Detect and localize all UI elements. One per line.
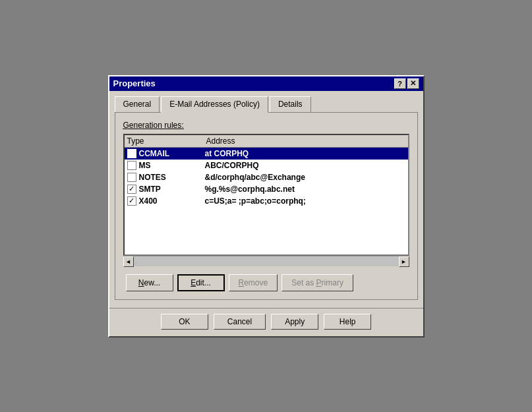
list-item[interactable]: CCMAIL at CORPHQ xyxy=(125,148,408,160)
row-address-4: %g.%s@corphq.abc.net xyxy=(205,185,405,194)
apply-button[interactable]: Apply xyxy=(271,314,318,330)
row-type-4: SMTP xyxy=(139,185,205,194)
row-type-2: MS xyxy=(139,161,205,170)
remove-button[interactable]: Remove xyxy=(229,274,278,291)
help-button[interactable]: Help xyxy=(324,314,371,330)
cancel-button[interactable]: Cancel xyxy=(214,314,266,330)
row-type-1: CCMAIL xyxy=(139,149,205,158)
tab-bar: General E-Mail Addresses (Policy) Detail… xyxy=(115,96,418,112)
ok-button[interactable]: OK xyxy=(161,314,208,330)
close-title-button[interactable]: ✕ xyxy=(407,78,419,89)
new-button[interactable]: New... xyxy=(126,274,173,291)
row-address-5: c=US;a= ;p=abc;o=corphq; xyxy=(205,196,405,206)
help-title-button[interactable]: ? xyxy=(394,78,406,89)
tab-details[interactable]: Details xyxy=(270,96,311,112)
row-type-3: NOTES xyxy=(139,173,205,182)
row-address-2: ABC/CORPHQ xyxy=(205,161,405,170)
list-header: Type Address xyxy=(125,135,408,148)
generation-rules-label: Generation rules: xyxy=(123,121,409,130)
column-address-header: Address xyxy=(206,136,405,146)
scroll-left-button[interactable]: ◄ xyxy=(123,256,134,267)
scroll-right-button[interactable]: ► xyxy=(399,256,409,267)
title-bar-buttons: ? ✕ xyxy=(394,78,419,89)
row-checkbox-3[interactable] xyxy=(127,173,136,182)
row-checkbox-4[interactable] xyxy=(127,185,136,194)
tab-general[interactable]: General xyxy=(115,96,160,112)
row-checkbox-1[interactable] xyxy=(127,149,136,158)
tab-content: Generation rules: Type Address CCMAIL at… xyxy=(115,112,418,300)
horizontal-scrollbar: ◄ ► xyxy=(123,256,409,268)
list-body: CCMAIL at CORPHQ MS ABC/CORPHQ NOTES &d/… xyxy=(125,148,408,251)
list-item[interactable]: SMTP %g.%s@corphq.abc.net xyxy=(125,183,408,195)
list-item[interactable]: X400 c=US;a= ;p=abc;o=corphq; xyxy=(125,195,408,207)
row-checkbox-2[interactable] xyxy=(127,161,136,170)
action-buttons: New... Edit... Remove Set as Primary xyxy=(123,274,409,291)
bottom-buttons-row: OK Cancel Apply Help xyxy=(109,308,423,336)
dialog-title: Properties xyxy=(113,78,156,88)
dialog-content: General E-Mail Addresses (Policy) Detail… xyxy=(109,91,423,305)
set-as-primary-button[interactable]: Set as Primary xyxy=(281,274,353,291)
list-item[interactable]: NOTES &d/corphq/abc@Exchange xyxy=(125,171,408,183)
tab-email-addresses[interactable]: E-Mail Addresses (Policy) xyxy=(161,96,268,113)
dialog-window: Properties ? ✕ General E-Mail Addresses … xyxy=(108,75,425,338)
scroll-track[interactable] xyxy=(134,257,399,266)
edit-button[interactable]: Edit... xyxy=(177,274,225,291)
row-address-3: &d/corphq/abc@Exchange xyxy=(205,173,405,182)
address-list-container: Type Address CCMAIL at CORPHQ MS A xyxy=(123,134,409,256)
row-checkbox-5[interactable] xyxy=(127,196,136,206)
title-bar: Properties ? ✕ xyxy=(109,76,423,91)
column-type-header: Type xyxy=(127,136,206,146)
row-address-1: at CORPHQ xyxy=(205,149,405,158)
row-type-5: X400 xyxy=(139,196,205,206)
list-item[interactable]: MS ABC/CORPHQ xyxy=(125,160,408,171)
